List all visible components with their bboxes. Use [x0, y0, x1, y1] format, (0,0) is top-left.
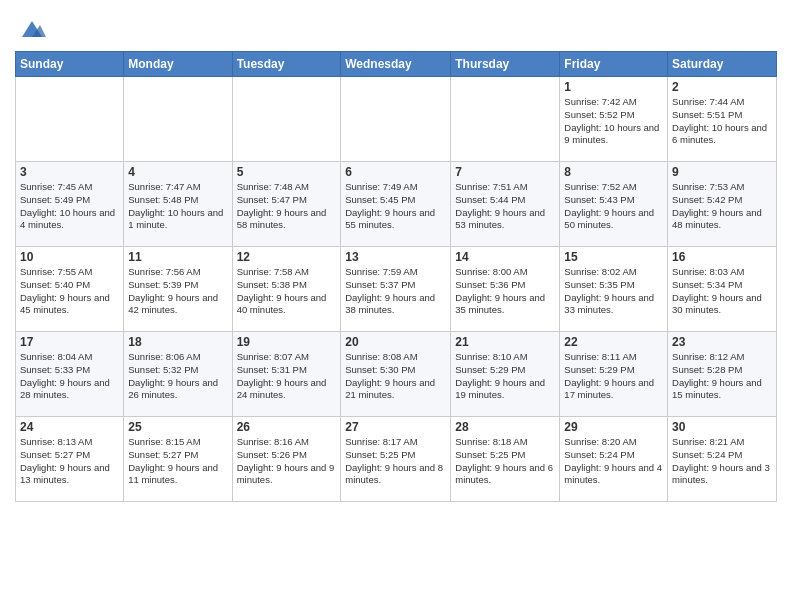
day-number: 29: [564, 420, 663, 434]
day-number: 8: [564, 165, 663, 179]
calendar-cell: 14Sunrise: 8:00 AMSunset: 5:36 PMDayligh…: [451, 247, 560, 332]
day-info: Sunrise: 7:48 AMSunset: 5:47 PMDaylight:…: [237, 181, 337, 232]
day-info: Sunrise: 8:03 AMSunset: 5:34 PMDaylight:…: [672, 266, 772, 317]
calendar-cell: 6Sunrise: 7:49 AMSunset: 5:45 PMDaylight…: [341, 162, 451, 247]
day-info: Sunrise: 8:00 AMSunset: 5:36 PMDaylight:…: [455, 266, 555, 317]
calendar-cell: 27Sunrise: 8:17 AMSunset: 5:25 PMDayligh…: [341, 417, 451, 502]
day-number: 4: [128, 165, 227, 179]
col-header-tuesday: Tuesday: [232, 52, 341, 77]
calendar-week-3: 10Sunrise: 7:55 AMSunset: 5:40 PMDayligh…: [16, 247, 777, 332]
col-header-wednesday: Wednesday: [341, 52, 451, 77]
day-info: Sunrise: 7:55 AMSunset: 5:40 PMDaylight:…: [20, 266, 119, 317]
day-info: Sunrise: 8:13 AMSunset: 5:27 PMDaylight:…: [20, 436, 119, 487]
calendar-week-4: 17Sunrise: 8:04 AMSunset: 5:33 PMDayligh…: [16, 332, 777, 417]
calendar-cell: 19Sunrise: 8:07 AMSunset: 5:31 PMDayligh…: [232, 332, 341, 417]
calendar-cell: 23Sunrise: 8:12 AMSunset: 5:28 PMDayligh…: [668, 332, 777, 417]
day-info: Sunrise: 7:53 AMSunset: 5:42 PMDaylight:…: [672, 181, 772, 232]
calendar-cell: 17Sunrise: 8:04 AMSunset: 5:33 PMDayligh…: [16, 332, 124, 417]
calendar-cell: 25Sunrise: 8:15 AMSunset: 5:27 PMDayligh…: [124, 417, 232, 502]
calendar-table: SundayMondayTuesdayWednesdayThursdayFrid…: [15, 51, 777, 502]
calendar-cell: 3Sunrise: 7:45 AMSunset: 5:49 PMDaylight…: [16, 162, 124, 247]
day-number: 2: [672, 80, 772, 94]
day-number: 16: [672, 250, 772, 264]
day-number: 3: [20, 165, 119, 179]
calendar-cell: 13Sunrise: 7:59 AMSunset: 5:37 PMDayligh…: [341, 247, 451, 332]
day-info: Sunrise: 7:52 AMSunset: 5:43 PMDaylight:…: [564, 181, 663, 232]
calendar-cell: 26Sunrise: 8:16 AMSunset: 5:26 PMDayligh…: [232, 417, 341, 502]
day-number: 24: [20, 420, 119, 434]
day-info: Sunrise: 8:18 AMSunset: 5:25 PMDaylight:…: [455, 436, 555, 487]
calendar-cell: 30Sunrise: 8:21 AMSunset: 5:24 PMDayligh…: [668, 417, 777, 502]
day-number: 13: [345, 250, 446, 264]
day-number: 30: [672, 420, 772, 434]
day-info: Sunrise: 7:47 AMSunset: 5:48 PMDaylight:…: [128, 181, 227, 232]
calendar-cell: 22Sunrise: 8:11 AMSunset: 5:29 PMDayligh…: [560, 332, 668, 417]
calendar-cell: 16Sunrise: 8:03 AMSunset: 5:34 PMDayligh…: [668, 247, 777, 332]
day-info: Sunrise: 7:49 AMSunset: 5:45 PMDaylight:…: [345, 181, 446, 232]
calendar-cell: [16, 77, 124, 162]
calendar-cell: 18Sunrise: 8:06 AMSunset: 5:32 PMDayligh…: [124, 332, 232, 417]
day-number: 26: [237, 420, 337, 434]
day-number: 20: [345, 335, 446, 349]
day-number: 14: [455, 250, 555, 264]
calendar-week-2: 3Sunrise: 7:45 AMSunset: 5:49 PMDaylight…: [16, 162, 777, 247]
page: SundayMondayTuesdayWednesdayThursdayFrid…: [0, 0, 792, 612]
day-number: 15: [564, 250, 663, 264]
day-number: 28: [455, 420, 555, 434]
col-header-monday: Monday: [124, 52, 232, 77]
col-header-thursday: Thursday: [451, 52, 560, 77]
calendar-cell: [232, 77, 341, 162]
logo: [15, 15, 46, 43]
calendar-cell: 4Sunrise: 7:47 AMSunset: 5:48 PMDaylight…: [124, 162, 232, 247]
day-info: Sunrise: 7:51 AMSunset: 5:44 PMDaylight:…: [455, 181, 555, 232]
calendar-cell: 7Sunrise: 7:51 AMSunset: 5:44 PMDaylight…: [451, 162, 560, 247]
calendar-cell: 10Sunrise: 7:55 AMSunset: 5:40 PMDayligh…: [16, 247, 124, 332]
calendar-cell: 24Sunrise: 8:13 AMSunset: 5:27 PMDayligh…: [16, 417, 124, 502]
day-number: 1: [564, 80, 663, 94]
day-info: Sunrise: 7:59 AMSunset: 5:37 PMDaylight:…: [345, 266, 446, 317]
day-info: Sunrise: 8:17 AMSunset: 5:25 PMDaylight:…: [345, 436, 446, 487]
calendar-cell: [451, 77, 560, 162]
day-info: Sunrise: 8:06 AMSunset: 5:32 PMDaylight:…: [128, 351, 227, 402]
day-number: 22: [564, 335, 663, 349]
day-number: 6: [345, 165, 446, 179]
col-header-friday: Friday: [560, 52, 668, 77]
day-info: Sunrise: 7:42 AMSunset: 5:52 PMDaylight:…: [564, 96, 663, 147]
day-info: Sunrise: 7:45 AMSunset: 5:49 PMDaylight:…: [20, 181, 119, 232]
calendar-cell: 12Sunrise: 7:58 AMSunset: 5:38 PMDayligh…: [232, 247, 341, 332]
day-number: 7: [455, 165, 555, 179]
calendar-cell: 15Sunrise: 8:02 AMSunset: 5:35 PMDayligh…: [560, 247, 668, 332]
calendar-cell: 9Sunrise: 7:53 AMSunset: 5:42 PMDaylight…: [668, 162, 777, 247]
calendar-cell: 1Sunrise: 7:42 AMSunset: 5:52 PMDaylight…: [560, 77, 668, 162]
day-number: 21: [455, 335, 555, 349]
day-info: Sunrise: 8:04 AMSunset: 5:33 PMDaylight:…: [20, 351, 119, 402]
day-info: Sunrise: 8:02 AMSunset: 5:35 PMDaylight:…: [564, 266, 663, 317]
calendar-cell: [124, 77, 232, 162]
day-info: Sunrise: 8:11 AMSunset: 5:29 PMDaylight:…: [564, 351, 663, 402]
calendar-cell: 21Sunrise: 8:10 AMSunset: 5:29 PMDayligh…: [451, 332, 560, 417]
header: [15, 15, 777, 43]
day-number: 27: [345, 420, 446, 434]
calendar-cell: 20Sunrise: 8:08 AMSunset: 5:30 PMDayligh…: [341, 332, 451, 417]
day-info: Sunrise: 8:21 AMSunset: 5:24 PMDaylight:…: [672, 436, 772, 487]
calendar-cell: 2Sunrise: 7:44 AMSunset: 5:51 PMDaylight…: [668, 77, 777, 162]
calendar-week-5: 24Sunrise: 8:13 AMSunset: 5:27 PMDayligh…: [16, 417, 777, 502]
calendar-week-1: 1Sunrise: 7:42 AMSunset: 5:52 PMDaylight…: [16, 77, 777, 162]
day-info: Sunrise: 7:56 AMSunset: 5:39 PMDaylight:…: [128, 266, 227, 317]
day-number: 11: [128, 250, 227, 264]
day-number: 9: [672, 165, 772, 179]
logo-icon: [18, 15, 46, 43]
day-number: 12: [237, 250, 337, 264]
calendar-cell: 29Sunrise: 8:20 AMSunset: 5:24 PMDayligh…: [560, 417, 668, 502]
day-info: Sunrise: 7:44 AMSunset: 5:51 PMDaylight:…: [672, 96, 772, 147]
day-info: Sunrise: 8:20 AMSunset: 5:24 PMDaylight:…: [564, 436, 663, 487]
calendar-cell: 8Sunrise: 7:52 AMSunset: 5:43 PMDaylight…: [560, 162, 668, 247]
day-info: Sunrise: 8:07 AMSunset: 5:31 PMDaylight:…: [237, 351, 337, 402]
day-number: 5: [237, 165, 337, 179]
day-number: 18: [128, 335, 227, 349]
day-info: Sunrise: 8:10 AMSunset: 5:29 PMDaylight:…: [455, 351, 555, 402]
calendar-cell: 11Sunrise: 7:56 AMSunset: 5:39 PMDayligh…: [124, 247, 232, 332]
day-number: 19: [237, 335, 337, 349]
day-number: 17: [20, 335, 119, 349]
day-info: Sunrise: 7:58 AMSunset: 5:38 PMDaylight:…: [237, 266, 337, 317]
